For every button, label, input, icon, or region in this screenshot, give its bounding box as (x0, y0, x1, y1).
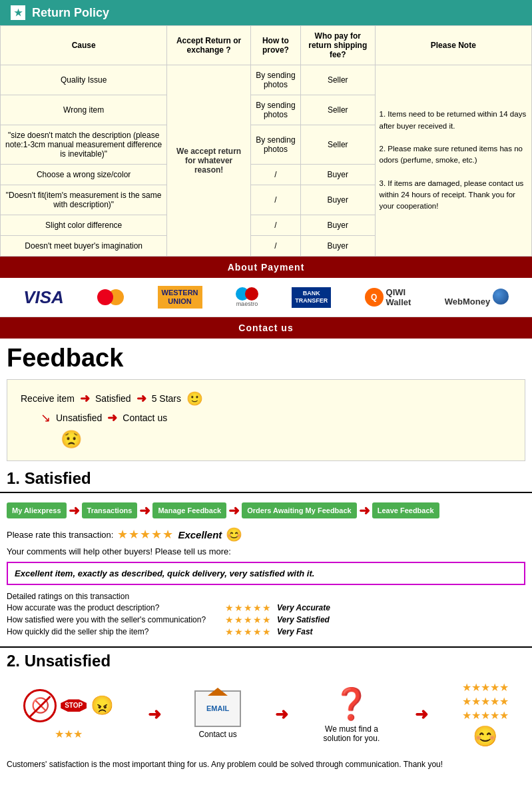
result-stars-row1: ★★★★★ (462, 681, 509, 694)
step-my-aliexpress[interactable]: My Aliexpress (7, 502, 67, 518)
detailed-ratings-header: Detailed ratings on this transaction (7, 592, 525, 601)
how-cell: By sending photos (250, 125, 300, 165)
cause-cell: "Doesn't fit(item's measurement is the s… (1, 185, 167, 215)
cause-cell: Quality Issue (1, 65, 167, 95)
happy-emoji: 😊 (473, 724, 497, 748)
no-negative-rating: 🚫 STOP 😠 ★★★ (23, 689, 114, 740)
stop-sign: STOP (61, 699, 87, 712)
rating-value: Very Satisfied (277, 615, 330, 624)
maestro-logo: maestro (236, 287, 258, 307)
question-flow-item: ❓ We must find a solution for you. (322, 686, 382, 743)
question-icon: ❓ (332, 686, 370, 722)
step-manage-feedback[interactable]: Manage Feedback (152, 502, 226, 518)
note-cell: 1. Items need to be returned within 14 d… (375, 65, 531, 257)
flow-arrow-icon: ➜ (415, 705, 428, 724)
rate-transaction-row: Please rate this transaction: ★★★★★ Exce… (0, 524, 532, 545)
flow-arrow-icon: ➜ (275, 705, 288, 724)
return-policy-header: ★ Return Policy (0, 0, 532, 25)
qiwi-text: QIWIWallet (386, 287, 411, 307)
webmoney-globe (493, 289, 509, 305)
flow-row-satisfied: Receive item ➜ Satisfied ➜ 5 Stars 🙂 (21, 391, 511, 406)
who-cell: Seller (300, 95, 375, 125)
diag-arrow-icon: ↘ (41, 410, 51, 425)
rating-value: Very Fast (277, 627, 313, 636)
col-who: Who pay for return shipping fee? (300, 26, 375, 65)
step-arrow-icon: ➜ (228, 502, 240, 518)
col-accept: Accept Return or exchange ? (167, 26, 251, 65)
webmoney-logo: WebMoney (445, 289, 509, 307)
cause-cell: Wrong item (1, 95, 167, 125)
step-orders-awaiting[interactable]: Orders Awaiting My Feedback (242, 502, 357, 518)
maestro-c2 (245, 287, 258, 301)
cause-cell: Doesn't meet buyer's imagination (1, 236, 167, 257)
qiwi-logo: Q QIWIWallet (365, 287, 411, 307)
who-cell: Buyer (300, 215, 375, 236)
email-flow-item: EMAIL Contact us (194, 690, 241, 739)
rating-question: How quickly did the seller ship the item… (7, 627, 220, 636)
who-cell: Buyer (300, 165, 375, 185)
who-cell: Buyer (300, 185, 375, 215)
how-cell: / (250, 215, 300, 236)
arrow-icon: ➜ (136, 391, 146, 406)
accept-cell: We accept return for whatever reason! (167, 65, 251, 257)
rating-question: How satisfied were you with the seller's… (7, 615, 220, 624)
flow-arrow-icon: ➜ (148, 705, 161, 724)
angry-emoji: 😠 (91, 694, 114, 716)
feedback-section: Feedback Receive item ➜ Satisfied ➜ 5 St… (0, 339, 532, 777)
result-stars-row3: ★★★★★ (462, 709, 509, 722)
col-note: Please Note (375, 26, 531, 65)
return-policy-title: Return Policy (32, 6, 109, 20)
cause-cell: Choose a wrong size/color (1, 165, 167, 185)
result-stars-row2: ★★★★★ (462, 695, 509, 708)
email-icon: EMAIL (194, 690, 241, 727)
how-cell: / (250, 185, 300, 215)
rating-value: Very Accurate (277, 603, 330, 612)
step-arrow-icon: ➜ (139, 502, 150, 518)
policy-table: Cause Accept Return or exchange ? How to… (0, 25, 532, 257)
contact-header: Contact us (0, 317, 532, 339)
receive-item-label: Receive item (21, 393, 75, 404)
rating-row: How accurate was the product description… (7, 602, 525, 613)
how-cell: / (250, 236, 300, 257)
rating-stars: ★★★★★ (225, 614, 272, 625)
who-cell: Buyer (300, 236, 375, 257)
bank-transfer-logo: BANKTRANSFER (292, 287, 331, 308)
how-cell: By sending photos (250, 95, 300, 125)
payment-section: About Payment VISA WESTERNUNION maestro … (0, 257, 532, 339)
feedback-flow-box: Receive item ➜ Satisfied ➜ 5 Stars 🙂 ↘ U… (7, 379, 525, 461)
flow-row-emoji: 😟 (21, 429, 511, 450)
unsatisfied-label: Unsatisfied (56, 412, 102, 423)
rating-row: How quickly did the seller ship the item… (7, 626, 525, 637)
unsatisfied-flow: 🚫 STOP 😠 ★★★ ➜ EMAIL Contact us ➜ ❓ We m… (0, 674, 532, 754)
rating-stars: ★★★★★ (225, 602, 272, 613)
payment-logos: VISA WESTERNUNION maestro BANKTRANSFER Q… (0, 278, 532, 317)
western-union-logo: WESTERNUNION (158, 286, 202, 309)
smile-emoji: 🙂 (186, 391, 203, 406)
rate-label: Please rate this transaction: (7, 530, 113, 540)
rating-question: How accurate was the product description… (7, 603, 220, 612)
solution-text: We must find a solution for you. (322, 724, 382, 743)
return-policy-section: ★ Return Policy Cause Accept Return or e… (0, 0, 532, 257)
stars-display: ★★★★★ (117, 527, 174, 542)
detailed-ratings: Detailed ratings on this transaction How… (0, 589, 532, 641)
excellent-label: Excellent (178, 529, 222, 540)
cause-cell: Slight color difference (1, 215, 167, 236)
steps-row: My Aliexpress ➜ Transactions ➜ Manage Fe… (0, 497, 532, 524)
rating-row: How satisfied were you with the seller's… (7, 614, 525, 625)
smile-emoji2: 😊 (226, 526, 242, 542)
step-transactions[interactable]: Transactions (82, 502, 138, 518)
satisfied-label: Satisfied (95, 393, 131, 404)
how-cell: / (250, 165, 300, 185)
step-arrow-icon: ➜ (69, 502, 80, 518)
contact-us-flow-label: Contact us (123, 412, 167, 423)
step-leave-feedback[interactable]: Leave Feedback (372, 502, 439, 518)
arrow-icon: ➜ (80, 391, 90, 406)
feedback-title: Feedback (0, 339, 532, 375)
mastercard-logo (97, 289, 124, 305)
no-icon: 🚫 (23, 689, 57, 722)
customer-satisfaction-note: Customers' satisfaction is the most impo… (0, 754, 532, 777)
contact-us-label: Contact us (198, 730, 236, 739)
rating-stars: ★★★★★ (225, 626, 272, 637)
arrow-icon: ➜ (107, 410, 117, 425)
maestro-text: maestro (236, 301, 258, 307)
